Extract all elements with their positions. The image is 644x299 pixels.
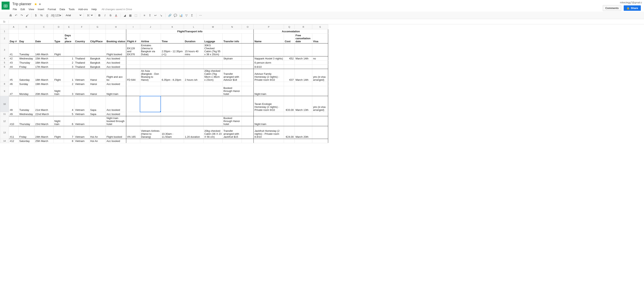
cell[interactable]	[161, 139, 184, 143]
row-header[interactable]: 2	[0, 34, 9, 44]
cell[interactable]: Sunday	[18, 82, 34, 86]
cell[interactable]	[242, 139, 254, 143]
cell[interactable]	[161, 65, 184, 69]
cell[interactable]: March 14th	[294, 69, 312, 82]
cell[interactable]: Acc booked	[106, 139, 126, 143]
font-select[interactable]: Arial	[64, 13, 82, 17]
filter-icon[interactable]: ▽	[184, 13, 189, 18]
cell[interactable]	[312, 86, 328, 96]
cell[interactable]	[90, 44, 106, 56]
cell[interactable]: 2	[64, 82, 74, 86]
cell[interactable]: Friday	[18, 126, 34, 139]
cell[interactable]: Booked through Hanoi hotel	[222, 86, 242, 96]
cell[interactable]	[242, 126, 254, 139]
cell[interactable]	[222, 96, 242, 112]
currency-icon[interactable]: $	[33, 13, 38, 18]
cell[interactable]	[284, 86, 294, 96]
cell[interactable]: Hanoi	[90, 86, 106, 96]
cell[interactable]	[54, 82, 64, 86]
bold-icon[interactable]: B	[97, 13, 102, 18]
cell[interactable]	[294, 61, 312, 65]
cell[interactable]	[54, 65, 64, 69]
col-header[interactable]: O	[242, 25, 254, 29]
col-header[interactable]: K	[161, 25, 184, 29]
cell[interactable]	[222, 82, 242, 86]
fill-color-icon[interactable]: ◢	[122, 13, 127, 18]
cell[interactable]: Vietnam	[74, 112, 90, 116]
cell[interactable]: March 13th	[294, 96, 312, 112]
insert-link-icon[interactable]: 🔗	[167, 13, 172, 18]
cell[interactable]	[161, 86, 184, 96]
cell[interactable]	[284, 82, 294, 86]
cell[interactable]	[64, 29, 74, 34]
cell[interactable]	[203, 116, 222, 126]
cell[interactable]: Thailand	[74, 61, 90, 65]
cell[interactable]	[54, 29, 64, 34]
cell[interactable]: 2 hours ish	[184, 69, 203, 82]
sheets-logo[interactable]	[2, 2, 10, 10]
cell[interactable]	[254, 112, 284, 116]
cell[interactable]: 6 person dorm	[254, 61, 284, 65]
row-header[interactable]: 5	[0, 61, 9, 65]
cell[interactable]: #11	[9, 126, 18, 139]
cell[interactable]: Tuesday	[18, 96, 34, 112]
cell[interactable]	[284, 116, 294, 126]
cell[interactable]	[140, 96, 161, 112]
cell[interactable]: Flight	[54, 44, 64, 56]
cell[interactable]: Night train	[254, 116, 284, 126]
cell[interactable]	[161, 112, 184, 116]
cell[interactable]: Thursday	[18, 116, 34, 126]
cell[interactable]: 16th March	[34, 61, 54, 65]
cell[interactable]: 18th March	[34, 69, 54, 82]
cell[interactable]	[184, 65, 203, 69]
cell[interactable]	[242, 44, 254, 56]
cell[interactable]: Hanoi	[90, 69, 106, 82]
percent-icon[interactable]: %	[39, 13, 44, 18]
cell[interactable]	[294, 44, 312, 56]
col-header[interactable]: G	[90, 25, 106, 29]
cell[interactable]: Bangkok	[90, 61, 106, 65]
cell[interactable]	[254, 44, 284, 56]
cell[interactable]: Vietnam	[74, 96, 90, 112]
menu-file[interactable]: File	[11, 7, 18, 12]
row-header[interactable]: 11	[0, 112, 9, 116]
cell[interactable]: Monday	[18, 86, 34, 96]
cell[interactable]: Wednesday	[18, 56, 34, 61]
cell[interactable]: Type	[54, 34, 64, 44]
cell[interactable]	[222, 61, 242, 65]
cell[interactable]	[222, 65, 242, 69]
cell[interactable]: Luggage	[203, 34, 222, 44]
row-header[interactable]: 14	[0, 139, 9, 143]
cell[interactable]	[184, 82, 203, 86]
cell[interactable]: #10	[9, 116, 18, 126]
cell[interactable]	[74, 29, 90, 34]
cell[interactable]: Thursday	[18, 61, 34, 65]
cell[interactable]: VN 165	[126, 126, 140, 139]
cell[interactable]: Vietnam Airlines (Hanoi to Danang)	[140, 126, 161, 139]
cell[interactable]: Bangkok	[90, 65, 106, 69]
cell[interactable]	[222, 139, 242, 143]
cell[interactable]: Night train	[54, 116, 64, 126]
cell[interactable]	[126, 61, 140, 65]
cell[interactable]: Acc booked	[106, 96, 126, 112]
cell[interactable]: Acc booked	[106, 56, 126, 61]
cell[interactable]: €52	[284, 56, 294, 61]
cell[interactable]	[161, 96, 184, 112]
cell[interactable]: Transfer arranged with Jackfruit $15	[222, 126, 242, 139]
cell[interactable]	[140, 86, 161, 96]
cell[interactable]: Flight #	[126, 34, 140, 44]
print-icon[interactable]: 🖶	[8, 13, 13, 18]
cell[interactable]	[126, 56, 140, 61]
col-header[interactable]: Q	[284, 25, 294, 29]
cell[interactable]	[126, 139, 140, 143]
col-header[interactable]: E	[64, 25, 74, 29]
cell[interactable]: 10.30am - 11.50am	[161, 126, 184, 139]
comments-button[interactable]: Comments	[603, 5, 621, 11]
cell[interactable]: 15th March	[34, 56, 54, 61]
row-header[interactable]: 12	[0, 116, 9, 126]
cell[interactable]: Friday	[18, 65, 34, 69]
cell[interactable]: Flight	[54, 126, 64, 139]
cell[interactable]	[203, 86, 222, 96]
cell[interactable]: 20th March	[34, 86, 54, 96]
cell[interactable]	[242, 61, 254, 65]
